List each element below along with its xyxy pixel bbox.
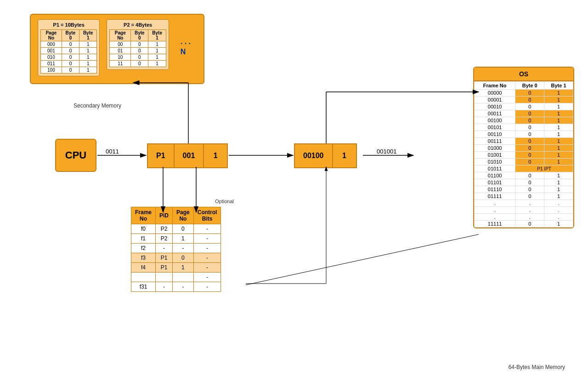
os-frameno: . <box>475 214 515 221</box>
os-col-byte1: Byte 1 <box>544 82 573 90</box>
os-frameno: 01000 <box>475 145 515 152</box>
table-row: 1 <box>79 48 97 54</box>
sm-p1-table: Page No Byte 0 Byte 1 000010010101001011… <box>40 29 97 74</box>
optional-label: Optional <box>215 199 234 204</box>
table-row: - <box>193 244 221 253</box>
os-frameno: 01001 <box>475 152 515 159</box>
table-row: 1 <box>79 67 97 74</box>
sm-p1: P1 = 10Bytes Page No Byte 0 Byte 1 00001… <box>38 19 100 76</box>
os-header: OS <box>474 68 573 81</box>
os-byte0: 0 <box>515 90 544 97</box>
os-byte1: . <box>544 200 573 207</box>
cpu-box: CPU <box>55 139 96 172</box>
table-row: f4 <box>131 263 156 273</box>
sm-p1-col-byte0: Byte 0 <box>62 30 79 41</box>
table-row: 1 <box>173 263 194 273</box>
table-row: P2 <box>156 234 173 244</box>
os-byte0: 0 <box>515 138 544 145</box>
secondary-memory-label: Secondary Memory <box>74 102 121 109</box>
os-byte1: . <box>544 207 573 214</box>
table-row: 010 <box>41 54 62 61</box>
os-byte1: 1 <box>544 110 573 117</box>
os-byte0: . <box>515 200 544 207</box>
segment-group1: P1 001 1 <box>147 143 228 168</box>
ipt-table-container: FrameNo PiD PageNo ControlBits f0P20-f1P… <box>131 207 221 292</box>
os-byte1: 1 <box>544 172 573 179</box>
os-byte0: 0 <box>515 117 544 124</box>
cpu-label: CPU <box>65 149 86 161</box>
table-row: 0 <box>62 61 79 67</box>
os-byte1: 1 <box>544 179 573 186</box>
table-row: 001 <box>41 48 62 54</box>
os-byte0: 0 <box>515 186 544 193</box>
secondary-memory: P1 = 10Bytes Page No Byte 0 Byte 1 00001… <box>30 14 204 84</box>
table-row: 0 <box>62 54 79 61</box>
address-label-0011: 0011 <box>106 148 119 155</box>
os-frameno: 00001 <box>475 97 515 103</box>
table-row: 1 <box>173 234 194 244</box>
table-row: P1 <box>156 263 173 273</box>
address-label-001001: 001001 <box>377 148 396 155</box>
table-row: f1 <box>131 234 156 244</box>
table-row: 0 <box>173 253 194 263</box>
os-byte0: 0 <box>515 152 544 159</box>
segment-group2: 00100 1 <box>294 143 357 168</box>
os-memory: OS Frame No Byte 0 Byte 1 00000010000101… <box>473 67 574 228</box>
seg1-1: 1 <box>204 144 227 167</box>
os-byte1: 1 <box>544 138 573 145</box>
os-frameno: . <box>475 200 515 207</box>
os-byte1: 1 <box>544 103 573 110</box>
table-row: 000 <box>41 41 62 48</box>
os-byte0: . <box>515 214 544 221</box>
table-row: 1 <box>79 41 97 48</box>
os-byte0: 0 <box>515 97 544 103</box>
table-row <box>173 273 194 282</box>
table-row: 011 <box>41 61 62 67</box>
os-byte1: 1 <box>544 117 573 124</box>
os-col-frameno: Frame No <box>475 82 515 90</box>
os-frameno: 00110 <box>475 131 515 138</box>
seg1-p1: P1 <box>148 144 175 167</box>
table-row: - <box>193 282 221 292</box>
os-byte1: 1 <box>544 159 573 165</box>
table-row: 11 <box>110 61 131 67</box>
table-row <box>131 273 156 282</box>
table-row: f0 <box>131 224 156 234</box>
os-byte0: . <box>515 207 544 214</box>
os-byte0: 0 <box>515 145 544 152</box>
sm-p2-title: P2 = 4Bytes <box>109 22 166 28</box>
sm-p2: P2 = 4Bytes Page No Byte 0 Byte 1 000101… <box>107 19 169 70</box>
diagram: P1 = 10Bytes Page No Byte 0 Byte 1 00001… <box>0 0 588 375</box>
table-row: - <box>156 244 173 253</box>
sm-p2-col-byte1: Byte 1 <box>148 30 166 41</box>
os-byte1: 1 <box>544 90 573 97</box>
seg2-1: 1 <box>333 144 356 167</box>
os-frameno: 00111 <box>475 138 515 145</box>
seg2-00100: 00100 <box>295 144 333 167</box>
table-row: - <box>193 253 221 263</box>
os-byte1: 1 <box>544 131 573 138</box>
table-row: f31 <box>131 282 156 292</box>
os-byte0: 0 <box>515 103 544 110</box>
table-row: 0 <box>131 41 148 48</box>
table-row: 0 <box>131 54 148 61</box>
os-byte0: 0 <box>515 193 544 200</box>
os-byte1: . <box>544 214 573 221</box>
table-row: - <box>193 273 221 282</box>
os-byte1: 1 <box>544 124 573 131</box>
table-row: 1 <box>79 61 97 67</box>
os-byte0: 0 <box>515 131 544 138</box>
os-byte1: 1 <box>544 152 573 159</box>
sm-p2-col-pageno: Page No <box>110 30 131 41</box>
table-row: P2 <box>156 224 173 234</box>
table-row: 00 <box>110 41 131 48</box>
os-col-byte0: Byte 0 <box>515 82 544 90</box>
ipt-table: FrameNo PiD PageNo ControlBits f0P20-f1P… <box>131 207 221 292</box>
os-frameno: 00000 <box>475 90 515 97</box>
os-byte1: 1 <box>544 145 573 152</box>
os-frameno: . <box>475 207 515 214</box>
table-row: P1 <box>156 253 173 263</box>
os-frameno: 00101 <box>475 124 515 131</box>
os-table: Frame No Byte 0 Byte 1 00000010000101000… <box>474 81 573 227</box>
os-byte1: 1 <box>544 221 573 227</box>
